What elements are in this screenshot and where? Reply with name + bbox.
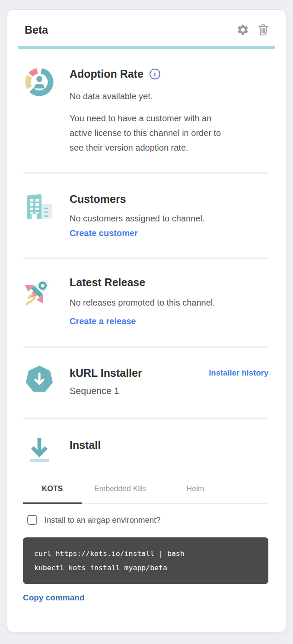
adoption-rate-title: Adoption Rate bbox=[70, 66, 143, 81]
settings-button[interactable] bbox=[236, 23, 250, 37]
section-divider bbox=[23, 346, 268, 348]
release-empty-text: No releases promoted to this channel. bbox=[70, 297, 268, 309]
section-divider bbox=[23, 172, 268, 174]
install-icon-col bbox=[23, 435, 56, 465]
info-icon[interactable]: i bbox=[150, 69, 160, 79]
customers-section: Customers No customers assigned to chann… bbox=[7, 192, 286, 238]
install-command-block: curl https://kots.io/install | bash kube… bbox=[23, 537, 268, 584]
installer-sequence: Sequence 1 bbox=[70, 386, 268, 397]
kurl-icon-col bbox=[23, 366, 56, 397]
channel-title: Beta bbox=[25, 24, 48, 36]
card-header: Beta bbox=[7, 10, 286, 37]
adoption-donut-chart-icon bbox=[24, 66, 55, 98]
copy-command-link[interactable]: Copy command bbox=[23, 593, 85, 603]
customers-icon-col bbox=[23, 192, 56, 238]
tab-kots[interactable]: KOTS bbox=[23, 484, 82, 504]
install-tabs: KOTS Embedded K8s Helm bbox=[23, 484, 268, 504]
kurl-heptagon-download-icon bbox=[25, 366, 53, 393]
delete-button[interactable] bbox=[256, 23, 270, 37]
adoption-rate-section: Adoption Rate i No data available yet. Y… bbox=[7, 66, 286, 155]
install-title: Install bbox=[70, 438, 268, 452]
tab-embedded-k8s[interactable]: Embedded K8s bbox=[82, 484, 159, 504]
section-divider bbox=[23, 417, 268, 420]
installer-history-link[interactable]: Installer history bbox=[209, 368, 268, 378]
airgap-checkbox[interactable] bbox=[27, 515, 37, 525]
channel-card: Beta bbox=[7, 9, 286, 632]
customers-title: Customers bbox=[70, 192, 268, 206]
gear-icon bbox=[236, 23, 249, 36]
buildings-icon bbox=[23, 192, 55, 224]
section-divider bbox=[23, 257, 268, 259]
create-customer-link[interactable]: Create customer bbox=[70, 228, 138, 238]
kurl-installer-section: kURL Installer Installer history Sequenc… bbox=[7, 366, 286, 397]
adoption-icon-col bbox=[23, 66, 56, 155]
adoption-empty-text: No data available yet. bbox=[70, 90, 268, 102]
latest-release-title: Latest Release bbox=[70, 275, 268, 290]
channel-accent-bar bbox=[18, 46, 275, 49]
customers-empty-text: No customers assigned to channel. bbox=[70, 212, 268, 224]
airgap-label: Install to an airgap environment? bbox=[45, 515, 160, 525]
header-actions bbox=[236, 23, 270, 37]
command-line-2: kubectl kots install myapp/beta bbox=[34, 564, 167, 572]
release-icon-col bbox=[23, 275, 56, 326]
install-section: Install bbox=[7, 435, 286, 465]
adoption-hint-text: You need to have a customer with an acti… bbox=[70, 111, 236, 155]
download-icon bbox=[27, 435, 52, 465]
rocket-icon bbox=[22, 275, 56, 309]
trash-icon bbox=[257, 23, 269, 36]
kurl-installer-title: kURL Installer bbox=[70, 366, 142, 380]
tab-helm[interactable]: Helm bbox=[159, 484, 232, 504]
latest-release-section: Latest Release No releases promoted to t… bbox=[7, 275, 286, 326]
command-line-1: curl https://kots.io/install | bash bbox=[34, 549, 185, 558]
create-release-link[interactable]: Create a release bbox=[70, 316, 136, 326]
airgap-row: Install to an airgap environment? bbox=[27, 515, 268, 525]
